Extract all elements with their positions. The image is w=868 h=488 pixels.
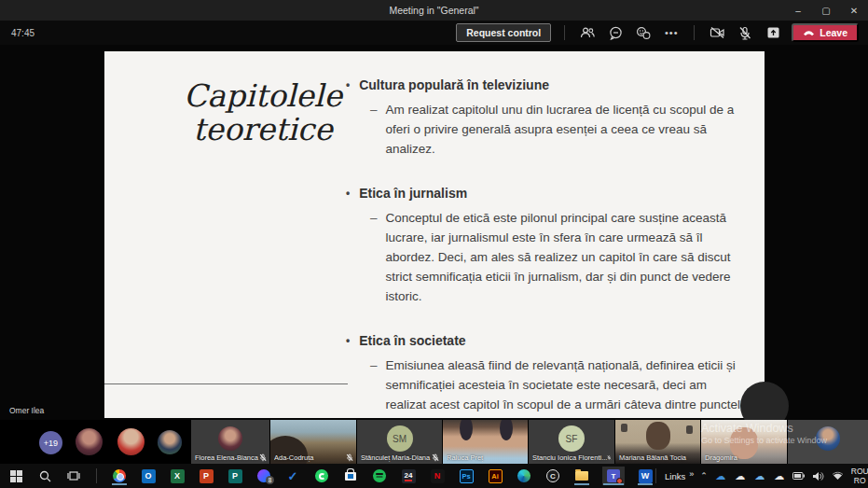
participant-name: Ada-Codruța — [274, 453, 314, 462]
participant-tile[interactable]: Dragomira — [701, 420, 787, 464]
bullet-marker: • — [346, 334, 350, 348]
mic-muted-icon — [607, 453, 612, 462]
excel-icon[interactable]: X — [169, 467, 186, 485]
network-icon[interactable] — [832, 468, 845, 483]
participant-tile[interactable]: SF Stanciu Ionica Florenti... — [529, 420, 614, 464]
share-screen-icon[interactable] — [764, 24, 782, 41]
links-toolbar[interactable]: Links » — [665, 471, 694, 481]
messenger-badge: 8 — [266, 476, 274, 484]
chat-icon[interactable] — [606, 24, 625, 41]
edge-icon[interactable] — [516, 467, 532, 485]
links-label: Links — [665, 471, 685, 481]
windows-taskbar: O X P P 8 ✓ 24 N Ps Ai C T W Links » ⌃ — [0, 464, 868, 488]
participant-tile[interactable]: Florea Elena-Bianca — [191, 420, 269, 464]
avatar — [218, 426, 242, 451]
close-icon[interactable]: ✕ — [840, 0, 868, 21]
whatsapp-icon[interactable] — [313, 467, 330, 485]
microsoft-store-icon[interactable] — [342, 467, 359, 485]
video-detail — [460, 420, 473, 440]
bullet-marker: • — [346, 78, 350, 92]
photoshop-icon[interactable]: Ps — [458, 467, 475, 485]
participant-filmstrip: +19 Florea Elena-Bianca Ada-Codruța SM S… — [0, 420, 868, 464]
taskbar-separator — [96, 468, 97, 483]
battery-icon[interactable] — [792, 468, 806, 483]
netflix-icon[interactable]: N — [429, 467, 446, 485]
shared-slide: Capitolele teoretice •Cultura populară î… — [104, 51, 765, 418]
title-bar: Meeting in "General" – ▢ ✕ — [0, 0, 868, 21]
file-explorer-icon[interactable] — [573, 467, 590, 485]
c-app-icon[interactable]: C — [544, 467, 561, 485]
bullet-body: Conceptul de etică este pilonul principa… — [386, 208, 749, 306]
toolbar-divider — [564, 25, 565, 40]
mic-muted-icon — [259, 453, 267, 462]
search-icon[interactable] — [36, 467, 53, 485]
meeting-timer: 47:45 — [11, 28, 34, 38]
slide-divider-line — [104, 383, 348, 384]
slide-bullet-list: •Cultura populară în televiziune –Am rea… — [346, 77, 749, 434]
maximize-icon[interactable]: ▢ — [812, 0, 840, 21]
bullet-item: •Cultura populară în televiziune –Am rea… — [346, 77, 749, 159]
camera-off-icon[interactable] — [708, 24, 726, 41]
leave-button[interactable]: Leave — [792, 23, 859, 42]
language-indicator[interactable]: ROU RO — [851, 467, 868, 485]
messenger-icon[interactable]: 8 — [255, 467, 272, 485]
digi24-icon[interactable]: 24 — [400, 467, 417, 485]
avatar — [816, 426, 840, 451]
bullet-item: •Etica în jurnalism –Conceptul de etică … — [346, 186, 749, 306]
meeting-toolbar: 47:45 Request control ••• — [0, 21, 868, 45]
toolbar-actions: Request control ••• — [456, 23, 868, 42]
participant-tile[interactable]: SM Stănculeț Maria-Diana — [357, 420, 442, 464]
task-view-icon[interactable] — [65, 467, 82, 485]
powerpoint-icon[interactable]: P — [198, 467, 214, 485]
system-tray: Links » ⌃ ☁ ☁ ☁ ☁ ROU RO 14:45 17 — [654, 467, 868, 485]
bullet-body: Am realizat capitolul unu din lucrarea d… — [386, 100, 749, 159]
participant-tile[interactable]: Raluca Preț — [443, 420, 528, 464]
illustrator-icon[interactable]: Ai — [487, 467, 503, 485]
overflow-participants-badge[interactable]: +19 — [39, 431, 62, 454]
dash-marker: – — [370, 100, 378, 159]
teams-meeting-window: Meeting in "General" – ▢ ✕ 47:45 Request… — [0, 0, 868, 488]
links-overflow-icon[interactable]: » — [689, 469, 694, 479]
cloud-sync-icon[interactable]: ☁ — [753, 468, 766, 483]
bullet-marker: • — [346, 187, 350, 201]
dash-marker: – — [370, 208, 378, 306]
video-detail — [686, 425, 693, 434]
bullet-heading: Etica în jurnalism — [359, 186, 467, 201]
participant-name: Stanciu Ionica Florenti... — [532, 453, 607, 462]
start-button-icon[interactable] — [7, 467, 24, 485]
hang-up-icon — [803, 29, 815, 36]
video-detail — [500, 420, 513, 440]
bullet-heading: Cultura populară în televiziune — [359, 77, 549, 92]
cloud-icon[interactable]: ☁ — [773, 468, 786, 483]
volume-icon[interactable] — [812, 468, 825, 483]
chrome-icon[interactable] — [111, 467, 128, 485]
outlook-icon[interactable]: O — [140, 467, 157, 485]
participant-avatar[interactable] — [158, 430, 182, 454]
participant-tile[interactable] — [788, 420, 868, 464]
spotify-icon[interactable] — [371, 467, 388, 485]
todo-check-icon[interactable]: ✓ — [284, 467, 301, 485]
tray-expand-icon[interactable]: ⌃ — [700, 471, 708, 481]
minimize-icon[interactable]: – — [784, 0, 812, 21]
participant-tile[interactable]: Mariana Bălană Tocia — [615, 420, 700, 464]
reactions-icon[interactable] — [634, 24, 653, 41]
bullet-item: •Etica în societate –Emisiunea aleasă fi… — [346, 333, 749, 434]
request-control-button[interactable]: Request control — [456, 23, 551, 42]
word-icon[interactable]: W — [637, 467, 654, 485]
mic-muted-icon — [432, 453, 439, 462]
publisher-icon[interactable]: P — [227, 467, 243, 485]
participant-name: Florea Elena-Bianca — [195, 453, 258, 462]
teams-icon[interactable]: T — [602, 467, 625, 485]
initials-avatar: SM — [387, 425, 413, 452]
participant-avatar[interactable] — [76, 428, 103, 455]
video-silhouette — [646, 422, 670, 450]
window-title: Meeting in "General" — [389, 5, 478, 16]
more-options-icon[interactable]: ••• — [662, 24, 681, 41]
onedrive-icon[interactable]: ☁ — [714, 468, 727, 483]
participant-tile[interactable]: Ada-Codruța — [270, 420, 356, 464]
cloud-upload-icon[interactable]: ☁ — [734, 468, 747, 483]
toolbar-divider — [694, 25, 695, 40]
participant-avatar[interactable] — [117, 428, 145, 455]
mic-off-icon[interactable] — [736, 24, 754, 41]
participants-icon[interactable] — [578, 24, 597, 41]
